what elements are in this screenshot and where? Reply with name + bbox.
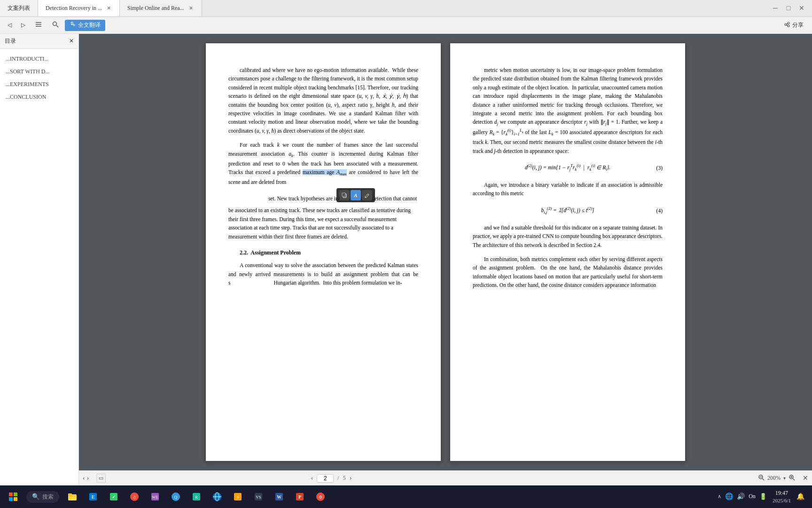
chevron-left-icon[interactable]: ‹: [83, 475, 85, 482]
text-selection-popup[interactable]: A: [336, 188, 375, 202]
svg-text:WE: WE: [152, 495, 158, 500]
taskbar-app8-icon[interactable]: VS: [249, 487, 268, 506]
translate-button[interactable]: 全文翻译: [65, 20, 105, 31]
taskbar-search[interactable]: 🔍 搜索: [26, 491, 59, 503]
content-area: 目录 ✕ ...INTRODUCTI... ...SORT WITH D... …: [0, 34, 812, 485]
svg-text:⚡: ⚡: [235, 494, 241, 500]
sidebar-item-sort-label: ...SORT WITH D...: [6, 68, 50, 75]
zoom-in-icon[interactable]: [789, 474, 795, 483]
tray-volume-icon[interactable]: 🔊: [737, 492, 745, 500]
pdf-bottom-bar: ‹ › ▭ ‹ / 5 › 200% ▾: [79, 470, 812, 485]
svg-line-10: [762, 478, 764, 480]
window-controls: ─ □ ✕: [769, 2, 812, 15]
tab-wenanlibiao[interactable]: 文案列表: [0, 0, 38, 16]
back-button[interactable]: ◁: [4, 20, 16, 31]
eq3-number: (3): [656, 164, 663, 172]
taskbar-search-label: 搜索: [42, 493, 54, 501]
single-page-icon[interactable]: ▭: [96, 474, 106, 483]
sidebar-item-experiments[interactable]: ...EXPERIMENTS: [0, 78, 78, 91]
right-para-4: In combination, both metrics complement …: [473, 255, 663, 290]
svg-point-3: [53, 22, 57, 25]
sidebar: 目录 ✕ ...INTRODUCTI... ...SORT WITH D... …: [0, 34, 79, 485]
close-button[interactable]: ✕: [795, 2, 808, 15]
equation-4: bi,j(2) = 𝟙[d(2)(i, j) ≤ t(2)] (4): [473, 206, 663, 216]
taskbar-app6-icon[interactable]: R: [187, 487, 206, 506]
popup-copy-btn[interactable]: [339, 190, 350, 200]
svg-rect-21: [68, 493, 72, 495]
taskbar-ppt-icon[interactable]: P: [290, 487, 309, 506]
svg-rect-18: [9, 497, 13, 501]
zoom-out-icon[interactable]: [758, 474, 765, 483]
taskbar-app2-icon[interactable]: ✓: [104, 487, 123, 506]
svg-line-13: [793, 478, 795, 480]
sidebar-item-experiments-label: ...EXPERIMENTS: [6, 81, 49, 87]
right-para-1: metric when motion uncertainty is low, i…: [473, 66, 663, 155]
tab-wenanlibiao-label: 文案列表: [8, 4, 30, 12]
taskbar-app4-icon[interactable]: WE: [146, 487, 164, 506]
svg-text:P: P: [298, 494, 301, 500]
right-para-3: and we find a suitable threshold for thi…: [473, 223, 663, 249]
sidebar-items: ...INTRODUCTI... ...SORT WITH D... ...EX…: [0, 49, 78, 107]
taskbar-app7-icon[interactable]: ⚡: [228, 487, 247, 506]
chevron-right-icon[interactable]: ›: [87, 475, 89, 482]
taskbar-browser-icon[interactable]: [208, 487, 226, 506]
page-nav-left[interactable]: ‹: [311, 475, 313, 482]
page-number-input[interactable]: [317, 474, 334, 483]
app-titlebar: 文案列表 Detection Recovery in ... ✕ Simple …: [0, 0, 812, 17]
notification-icon[interactable]: 🔔: [796, 492, 804, 500]
pdf-container: calibrated and where we have no ego-moti…: [79, 34, 812, 485]
taskbar-app1-icon[interactable]: E: [84, 487, 102, 506]
forward-button[interactable]: ▷: [17, 20, 29, 31]
svg-rect-1: [36, 24, 41, 25]
page-nav-right[interactable]: ›: [350, 475, 352, 482]
svg-text:♫: ♫: [133, 494, 136, 500]
sidebar-item-introduction[interactable]: ...INTRODUCTI...: [0, 53, 78, 65]
tab-detection-label: Detection Recovery in ...: [46, 5, 102, 12]
taskbar-app5-icon[interactable]: Q: [166, 487, 185, 506]
svg-text:⚙: ⚙: [319, 495, 322, 500]
zoom-dropdown-icon[interactable]: ▾: [783, 476, 786, 481]
tab-detection-close[interactable]: ✕: [106, 4, 112, 12]
sidebar-item-sort[interactable]: ...SORT WITH D...: [0, 65, 78, 78]
tab-detection-recovery[interactable]: Detection Recovery in ... ✕: [38, 0, 120, 16]
toc-button[interactable]: [31, 19, 46, 32]
search-button[interactable]: [48, 19, 63, 32]
taskbar-app9-icon[interactable]: ⚙: [311, 487, 330, 506]
page-total: 5: [343, 475, 346, 482]
tray-network-icon[interactable]: 🌐: [725, 492, 733, 500]
minimize-button[interactable]: ─: [769, 2, 782, 15]
svg-line-6: [787, 25, 788, 26]
page-navigation: ‹ / 5 ›: [311, 474, 352, 483]
left-controls: ‹ ›: [83, 475, 89, 482]
app-toolbar: ◁ ▷ 全文翻译 分享: [0, 17, 812, 34]
taskbar-word-icon[interactable]: W: [270, 487, 289, 506]
tab-simple-close[interactable]: ✕: [188, 4, 194, 12]
close-pdf-icon[interactable]: ✕: [803, 474, 808, 482]
popup-translate-btn[interactable]: A: [351, 190, 361, 200]
taskbar-explorer-icon[interactable]: [63, 487, 82, 506]
sidebar-close-button[interactable]: ✕: [69, 38, 74, 45]
start-button[interactable]: [4, 487, 23, 506]
eq4-number: (4): [656, 206, 663, 215]
clock-time: 19:47: [773, 490, 791, 497]
pdf-area[interactable]: calibrated and where we have no ego-moti…: [79, 34, 812, 470]
popup-edit-btn[interactable]: [362, 190, 372, 200]
taskbar-app3-icon[interactable]: ♫: [125, 487, 144, 506]
left-para-2: For each track k we count the number of …: [228, 141, 418, 186]
tray-chevron[interactable]: ∧: [718, 493, 721, 500]
tab-simple-online[interactable]: Simple Online and Rea... ✕: [120, 0, 202, 16]
share-button[interactable]: 分享: [779, 19, 808, 32]
taskbar-search-icon: 🔍: [32, 493, 39, 500]
taskbar-clock[interactable]: 19:47 2025/6/1: [773, 490, 791, 504]
page-sep: /: [337, 475, 339, 482]
svg-text:E: E: [92, 494, 95, 500]
view-toggle: ▭: [96, 474, 106, 483]
system-tray: ∧ 🌐 🔊 On 🔋: [718, 492, 767, 500]
sidebar-item-conclusion[interactable]: ...CONCLUSION: [0, 91, 78, 103]
forward-icon: ▷: [21, 22, 25, 29]
svg-rect-19: [14, 497, 17, 501]
equation-3: d(2)(i, j) = min{1 − rjTrk(i) | rk(i) ∈ …: [473, 163, 663, 173]
maximize-button[interactable]: □: [782, 2, 795, 15]
on-label: On: [749, 493, 756, 500]
svg-text:✓: ✓: [112, 494, 116, 500]
